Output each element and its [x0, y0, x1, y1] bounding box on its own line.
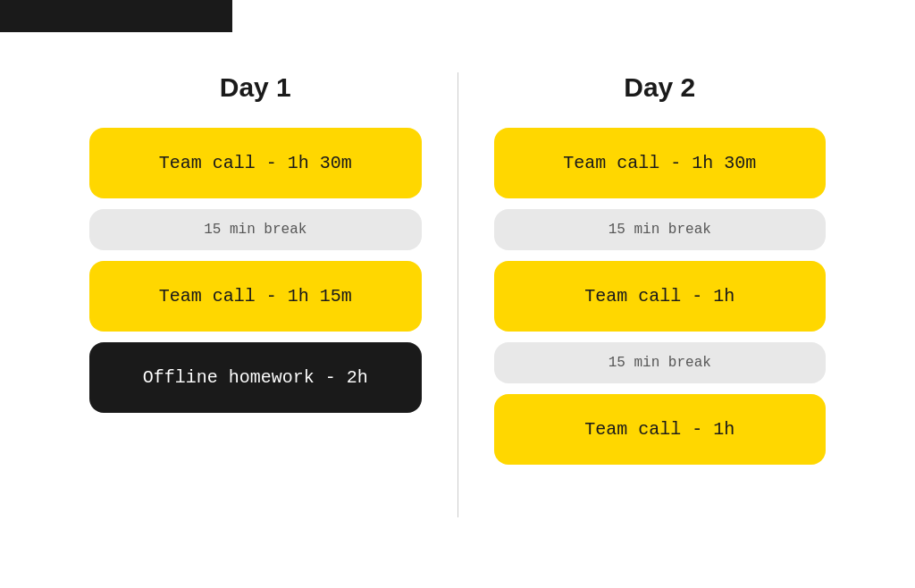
main-content: Day 1 Team call - 1h 30m 15 min break Te… [0, 37, 915, 553]
break-item-2: 15 min break [494, 342, 827, 383]
item-text: Team call - 1h 30m [159, 153, 352, 173]
schedule-item: Team call - 1h [494, 394, 827, 465]
day2-column: Day 2 Team call - 1h 30m 15 min break Te… [458, 72, 862, 517]
day1-column: Day 1 Team call - 1h 30m 15 min break Te… [54, 72, 458, 517]
schedule-item: Team call - 1h 15m [89, 261, 422, 332]
item-text: Team call - 1h 30m [563, 153, 756, 173]
item-text: Team call - 1h [584, 286, 735, 307]
item-text: Team call - 1h 15m [159, 286, 352, 307]
day2-title: Day 2 [624, 72, 695, 103]
break-text: 15 min break [204, 222, 306, 238]
schedule-item: Team call - 1h [494, 261, 827, 332]
offline-text: Offline homework - 2h [143, 367, 368, 388]
schedule-item: Team call - 1h 30m [89, 128, 422, 198]
break-item: 15 min break [89, 209, 422, 250]
break-text: 15 min break [609, 222, 711, 238]
day1-title: Day 1 [220, 72, 291, 103]
offline-item: Offline homework - 2h [89, 342, 422, 413]
break-item: 15 min break [494, 209, 827, 250]
header [0, 0, 232, 32]
break-text-2: 15 min break [609, 355, 711, 371]
item-text: Team call - 1h [584, 419, 735, 440]
schedule-item: Team call - 1h 30m [494, 128, 827, 198]
